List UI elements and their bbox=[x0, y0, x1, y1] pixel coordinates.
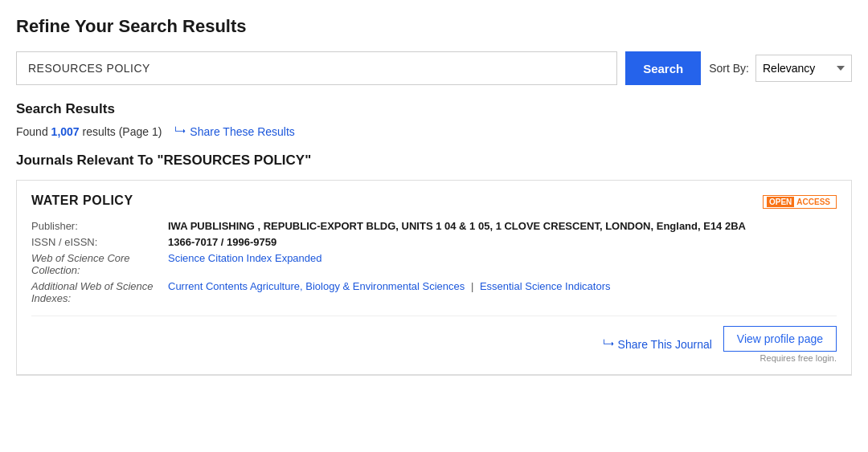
sort-label: Sort By: bbox=[709, 62, 749, 75]
journal-card: WATER POLICY OPEN ACCESS Publisher: IWA … bbox=[16, 180, 852, 375]
footer-right: View profile page Requires free login. bbox=[723, 326, 837, 363]
issn-value: 1366-7017 / 1996-9759 bbox=[168, 236, 837, 248]
journal-details: Publisher: IWA PUBLISHING , REPUBLIC-EXP… bbox=[31, 220, 837, 304]
additional-link-1[interactable]: Essential Science Indicators bbox=[480, 280, 611, 292]
search-bar-row: Search Sort By: Relevancy Date Citations… bbox=[16, 51, 852, 85]
additional-link-0[interactable]: Current Contents Agriculture, Biology & … bbox=[168, 280, 465, 292]
additional-links: Current Contents Agriculture, Biology & … bbox=[168, 280, 837, 304]
open-access-badge: OPEN ACCESS bbox=[763, 195, 837, 209]
results-count[interactable]: 1,007 bbox=[51, 125, 80, 138]
view-profile-button[interactable]: View profile page bbox=[723, 326, 837, 352]
search-results-heading: Search Results bbox=[16, 101, 852, 117]
requires-login-text: Requires free login. bbox=[760, 353, 837, 363]
wos-value-link[interactable]: Science Citation Index Expanded bbox=[168, 252, 837, 276]
share-journal-icon: ⮡ bbox=[603, 338, 614, 351]
additional-label: Additional Web of Science Indexes: bbox=[31, 280, 168, 304]
issn-label: ISSN / eISSN: bbox=[31, 236, 168, 248]
page-title: Refine Your Search Results bbox=[16, 16, 852, 37]
sort-row: Sort By: Relevancy Date Citations Usage bbox=[709, 55, 852, 82]
sort-select[interactable]: Relevancy Date Citations Usage bbox=[755, 55, 852, 82]
bottom-divider bbox=[16, 375, 852, 376]
results-found-text: Found 1,007 results (Page 1) bbox=[16, 125, 162, 138]
badge-access: ACCESS bbox=[794, 197, 833, 207]
search-input[interactable] bbox=[16, 51, 617, 85]
badge-open: OPEN bbox=[767, 197, 794, 207]
journal-card-footer: ⮡ Share This Journal View profile page R… bbox=[31, 316, 837, 363]
wos-label: Web of Science Core Collection: bbox=[31, 252, 168, 276]
publisher-label: Publisher: bbox=[31, 220, 168, 232]
share-results-button[interactable]: ⮡ Share These Results bbox=[174, 125, 294, 138]
publisher-value: IWA PUBLISHING , REPUBLIC-EXPORT BLDG, U… bbox=[168, 220, 837, 232]
journal-name: WATER POLICY bbox=[31, 193, 133, 208]
results-meta-row: Found 1,007 results (Page 1) ⮡ Share The… bbox=[16, 125, 852, 138]
journals-heading: Journals Relevant To "RESOURCES POLICY" bbox=[16, 153, 852, 169]
share-icon: ⮡ bbox=[174, 125, 186, 138]
journal-card-header: WATER POLICY OPEN ACCESS bbox=[31, 193, 837, 209]
search-button[interactable]: Search bbox=[625, 51, 701, 85]
share-journal-button[interactable]: ⮡ Share This Journal bbox=[603, 338, 712, 351]
